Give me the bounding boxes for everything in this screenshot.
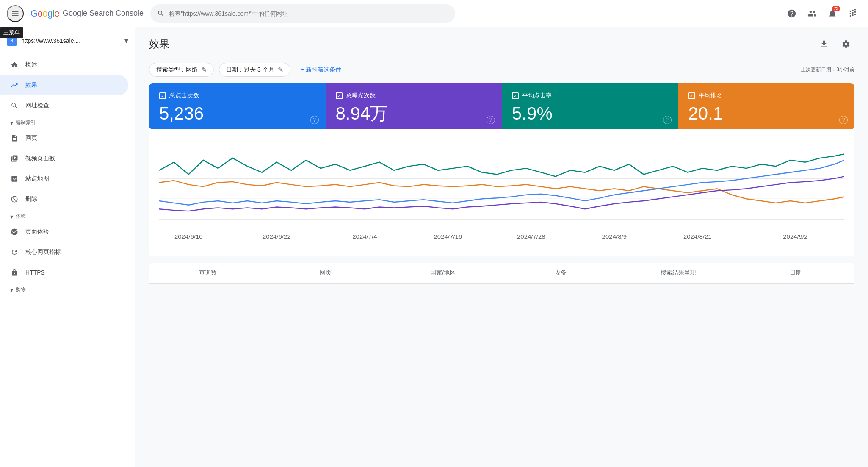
sidebar-item-removals[interactable]: 删除 [0, 189, 128, 209]
sidebar-item-sitemap[interactable]: 站点地图 [0, 169, 128, 189]
svg-text:2024/8/9: 2024/8/9 [602, 234, 627, 240]
ctr-help[interactable]: ? [663, 116, 672, 124]
date-filter[interactable]: 日期：过去 3 个月 ✎ [219, 63, 290, 77]
trending-icon [10, 81, 19, 89]
performance-chart: 2024/6/10 2024/6/22 2024/7/4 2024/7/16 2… [159, 138, 844, 244]
page-header: 效果 [135, 27, 868, 59]
sidebar-label-overview: 概述 [25, 61, 37, 69]
metric-impressions[interactable]: 总曝光次数 8.94万 ? [326, 83, 502, 129]
tab-dates[interactable]: 日期 [737, 263, 854, 284]
main-content: 效果 搜索类型：网络 ✎ 日期：过去 3 个月 ✎ + 新的筛选条件 [135, 27, 868, 467]
sidebar-item-video-pages[interactable]: 视频页面数 [0, 148, 128, 169]
tab-queries[interactable]: 查询数 [149, 263, 267, 284]
sidebar-item-url-inspection[interactable]: 网址检查 [0, 95, 128, 116]
position-checkbox[interactable] [688, 92, 695, 99]
page-experience-icon [10, 228, 19, 236]
tab-devices[interactable]: 设备 [502, 263, 619, 284]
app-logo: Google Google Search Console [30, 8, 144, 19]
account-button[interactable] [804, 5, 821, 22]
app-title: Google Search Console [63, 9, 144, 18]
date-edit-icon: ✎ [278, 66, 283, 74]
cwv-icon [10, 248, 19, 256]
video-icon [10, 155, 19, 162]
pages-icon [10, 134, 19, 142]
sidebar-label-pages: 网页 [25, 134, 37, 142]
metric-clicks[interactable]: 总点击次数 5,236 ? [149, 83, 326, 129]
svg-text:2024/7/4: 2024/7/4 [352, 234, 377, 240]
removals-icon [10, 195, 19, 203]
tab-countries[interactable]: 国家/地区 [384, 263, 502, 284]
position-label: 平均排名 [699, 92, 722, 100]
add-filter-button[interactable]: + 新的筛选条件 [296, 64, 346, 76]
sidebar-label-sitemap: 站点地图 [25, 175, 49, 183]
menu-button[interactable] [7, 5, 24, 22]
sidebar-item-pages[interactable]: 网页 [0, 128, 128, 148]
last-updated: 上次更新日期：3小时前 [801, 66, 854, 73]
position-value: 20.1 [688, 105, 845, 122]
sitemap-icon [10, 175, 19, 183]
metric-ctr[interactable]: 平均点击率 5.9% ? [502, 83, 678, 129]
clicks-help[interactable]: ? [310, 116, 319, 124]
site-dropdown-arrow: ▾ [124, 36, 128, 45]
svg-text:2024/8/21: 2024/8/21 [683, 234, 712, 240]
sidebar-item-page-experience[interactable]: 页面体验 [0, 222, 128, 242]
svg-text:2024/7/28: 2024/7/28 [517, 234, 545, 240]
search-type-filter[interactable]: 搜索类型：网络 ✎ [149, 63, 214, 77]
search-type-label: 搜索类型：网络 [156, 66, 198, 74]
impressions-value: 8.94万 [336, 105, 492, 122]
download-button[interactable] [815, 36, 832, 53]
nav-section-shopping: ▾ 购物 [0, 283, 135, 295]
clicks-value: 5,236 [159, 105, 315, 122]
sidebar-item-overview[interactable]: 概述 [0, 55, 128, 75]
nav-section-indexing: ▾ 编制索引 [0, 116, 135, 128]
svg-text:2024/6/22: 2024/6/22 [263, 234, 291, 240]
https-icon [10, 269, 19, 276]
help-button[interactable] [783, 5, 800, 22]
tab-search-appearance[interactable]: 搜索结果呈现 [619, 263, 737, 284]
sidebar-label-removals: 删除 [25, 195, 37, 203]
ctr-checkbox[interactable] [512, 92, 519, 99]
sidebar-item-performance[interactable]: 效果 [0, 75, 128, 95]
notification-count: 73 [832, 6, 840, 11]
tab-pages[interactable]: 网页 [267, 263, 384, 284]
sidebar-label-video-pages: 视频页面数 [25, 155, 55, 162]
sidebar-item-core-web-vitals[interactable]: 核心网页指标 [0, 242, 128, 262]
ctr-value: 5.9% [512, 105, 668, 122]
nav-section-shopping-label: 购物 [16, 286, 26, 293]
ctr-label: 平均点击率 [522, 92, 552, 100]
search-input[interactable] [169, 10, 448, 17]
clicks-checkbox[interactable] [159, 92, 166, 99]
svg-text:2024/7/16: 2024/7/16 [434, 234, 462, 240]
settings-button[interactable] [838, 36, 854, 53]
svg-text:2024/9/2: 2024/9/2 [783, 234, 807, 240]
sidebar-item-https[interactable]: HTTPS [0, 262, 128, 283]
tabs-row: 查询数 网页 国家/地区 设备 搜索结果呈现 日期 [149, 263, 854, 284]
home-icon [10, 61, 19, 69]
notifications-button[interactable]: 73 [824, 5, 841, 22]
position-help[interactable]: ? [839, 116, 848, 124]
date-label: 日期：过去 3 个月 [226, 66, 274, 74]
impressions-help[interactable]: ? [487, 116, 495, 124]
impressions-label: 总曝光次数 [346, 92, 376, 100]
impressions-checkbox[interactable] [336, 92, 343, 99]
metrics-row: 总点击次数 5,236 ? 总曝光次数 8.94万 ? 平均点击率 5.9% [149, 83, 854, 129]
chart-area: 2024/6/10 2024/6/22 2024/7/4 2024/7/16 2… [149, 129, 854, 256]
header-actions: 73 [783, 5, 861, 22]
page-header-actions [815, 36, 854, 53]
sidebar-label-cwv: 核心网页指标 [25, 248, 61, 256]
sidebar-label-page-experience: 页面体验 [25, 228, 49, 236]
filter-bar: 搜索类型：网络 ✎ 日期：过去 3 个月 ✎ + 新的筛选条件 上次更新日期：3… [135, 59, 868, 83]
metric-position[interactable]: 平均排名 20.1 ? [678, 83, 855, 129]
page-title: 效果 [149, 37, 169, 51]
sidebar-label-performance: 效果 [25, 81, 37, 89]
add-filter-label: + 新的筛选条件 [301, 66, 341, 74]
sidebar-label-url-inspection: 网址检查 [25, 102, 49, 109]
nav-section-experience: ▾ 体验 [0, 209, 135, 222]
search-type-edit-icon: ✎ [201, 66, 207, 74]
search-nav-icon [10, 102, 19, 109]
nav-section-indexing-label: 编制索引 [16, 119, 36, 126]
site-url: https://www.361sale.... [21, 37, 120, 44]
search-bar[interactable] [150, 4, 455, 23]
svg-text:2024/6/10: 2024/6/10 [174, 234, 203, 240]
apps-button[interactable] [844, 5, 861, 22]
